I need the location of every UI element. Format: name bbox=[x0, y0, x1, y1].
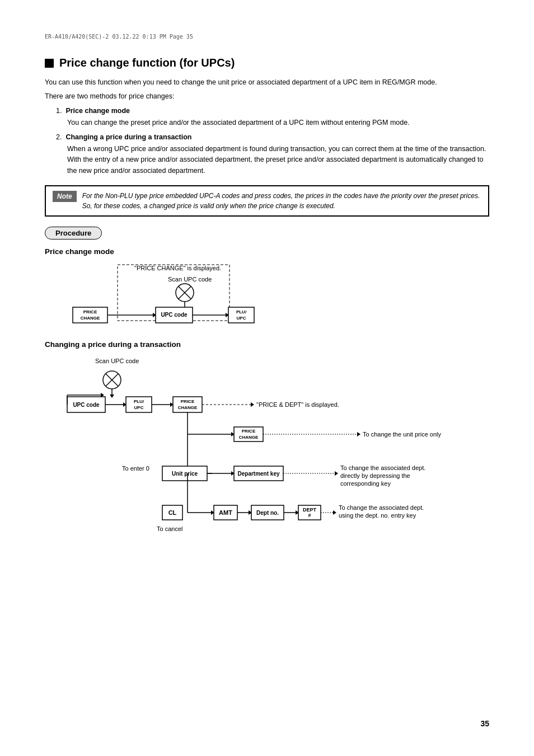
plu-text-2: PLU/ bbox=[134, 399, 144, 404]
list-label-1: Price change mode bbox=[65, 107, 130, 115]
diagram2-title: Changing a price during a transaction bbox=[45, 340, 489, 349]
price-dept-text: "PRICE & DEPT" is displayed. bbox=[256, 401, 339, 408]
dept-hash-t2: # bbox=[308, 513, 311, 518]
intro-line2: There are two methods for price changes: bbox=[45, 91, 489, 102]
diagram2-area: Scan UPC code UPC code PLU/ UPC bbox=[62, 353, 489, 567]
cancel-text: To cancel bbox=[157, 525, 182, 532]
arh-dash1 bbox=[251, 402, 254, 407]
arh-dot3 bbox=[333, 510, 336, 515]
intro-line1: You can use this function when you need … bbox=[45, 77, 489, 88]
section-title: Price change function (for UPCs) bbox=[45, 57, 489, 69]
pc-text1: PRICE bbox=[181, 399, 195, 404]
note-box: Note For the Non-PLU type price embedded… bbox=[45, 185, 489, 217]
desc-b2-1: To change the associated dept. bbox=[340, 464, 425, 471]
arh-dot2 bbox=[335, 471, 338, 476]
header-text: ER-A410/A420(SEC)-2 03.12.22 0:13 PM Pag… bbox=[45, 34, 489, 40]
list-desc-2: When a wrong UPC price and/or associated… bbox=[67, 144, 489, 176]
note-label: Note bbox=[53, 191, 77, 202]
desc-b2-3: corresponding key bbox=[340, 480, 391, 487]
diagram1-title: Price change mode bbox=[45, 247, 489, 256]
diagram1-svg: "PRICE CHANGE" is displayed. Scan UPC co… bbox=[62, 260, 353, 327]
dept-no-text: Dept no. bbox=[256, 510, 279, 516]
list-label-2: Changing a price during a transaction bbox=[65, 133, 191, 141]
dept-key-text: Department key bbox=[237, 471, 279, 477]
diagram1-area: "PRICE CHANGE" is displayed. Scan UPC co… bbox=[62, 260, 489, 329]
price-change-text1: PRICE bbox=[83, 309, 97, 314]
scan-label-2: Scan UPC code bbox=[95, 358, 139, 364]
list-item-1: 1. Price change mode bbox=[56, 106, 489, 116]
list-num-2: 2. bbox=[56, 133, 65, 141]
desc-b3-1: To change the associated dept. bbox=[339, 504, 424, 511]
arh-dot1 bbox=[357, 432, 360, 436]
amt-text: AMT bbox=[219, 509, 232, 516]
title-text: Price change function (for UPCs) bbox=[59, 57, 235, 69]
price-change-text2: CHANGE bbox=[81, 316, 100, 321]
list-desc-1: You can change the preset price and/or t… bbox=[67, 118, 489, 128]
unit-price-text: Unit price bbox=[172, 471, 198, 477]
upc-code-text-1: UPC code bbox=[161, 312, 188, 318]
page-number: 35 bbox=[480, 719, 489, 728]
pc-text2: CHANGE bbox=[178, 405, 198, 410]
upc-code-text-2: UPC code bbox=[73, 402, 100, 408]
arrow-head-d2 bbox=[110, 395, 114, 398]
title-square-icon bbox=[45, 59, 54, 68]
intro-list: 1. Price change mode You can change the … bbox=[45, 106, 489, 176]
page: ER-A410/A420(SEC)-2 03.12.22 0:13 PM Pag… bbox=[0, 0, 534, 756]
cl-text: CL bbox=[168, 509, 177, 516]
desc-b2-2: directly by depressing the bbox=[340, 472, 410, 479]
pc-b1-t2: CHANGE bbox=[239, 435, 259, 440]
displayed-text-1: "PRICE CHANGE" is displayed. bbox=[134, 265, 221, 271]
diagram2-svg: Scan UPC code UPC code PLU/ UPC bbox=[62, 353, 498, 566]
dept-hash-t1: DEPT bbox=[303, 507, 317, 513]
desc-b1: To change the unit price only bbox=[363, 431, 442, 438]
enter0-text: To enter 0 bbox=[122, 465, 149, 472]
scan-label-1: Scan UPC code bbox=[168, 276, 212, 283]
upc-text-2: UPC bbox=[134, 405, 144, 410]
upc-text-1: UPC bbox=[237, 316, 246, 321]
pc-b1-t1: PRICE bbox=[242, 429, 256, 434]
plu-text-1: PLU/ bbox=[236, 309, 247, 314]
list-item-2: 2. Changing a price during a transaction bbox=[56, 132, 489, 143]
desc-b3-2: using the dept. no. entry key bbox=[339, 512, 416, 519]
note-text: For the Non-PLU type price embedded UPC-… bbox=[82, 191, 481, 211]
list-num-1: 1. bbox=[56, 107, 65, 115]
procedure-badge: Procedure bbox=[45, 227, 489, 247]
procedure-label: Procedure bbox=[45, 227, 102, 240]
